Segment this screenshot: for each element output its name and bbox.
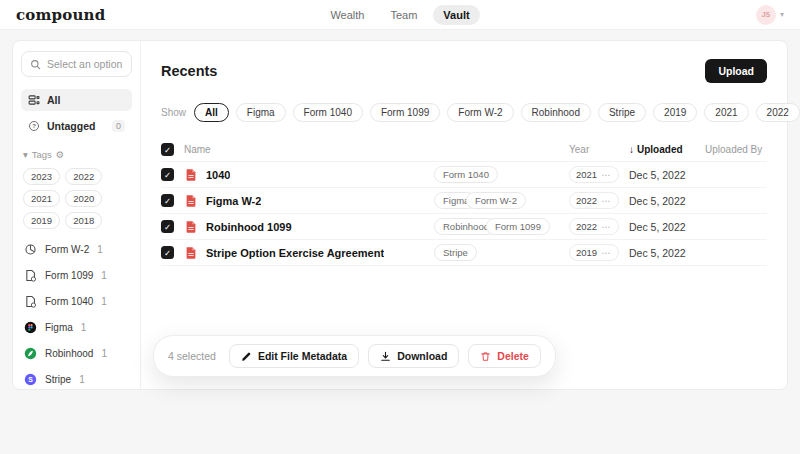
tag-label: Form 1099 bbox=[45, 270, 93, 281]
app-header: compound Wealth Team Vault JS ▾ bbox=[0, 0, 800, 30]
tag-select-input[interactable]: Select an option bbox=[21, 51, 132, 77]
edit-metadata-button[interactable]: Edit File Metadata bbox=[229, 344, 359, 368]
filter-chip-figma[interactable]: Figma bbox=[236, 103, 286, 122]
row-tag-pill[interactable]: Stripe bbox=[434, 244, 477, 261]
filter-chip-form-1099[interactable]: Form 1099 bbox=[370, 103, 440, 122]
filter-chip-all[interactable]: All bbox=[194, 103, 229, 122]
tag-label: Figma bbox=[45, 322, 73, 333]
filter-chip-form-w2[interactable]: Form W-2 bbox=[447, 103, 513, 122]
tag-item-stripe[interactable]: S Stripe 1 bbox=[24, 373, 129, 386]
download-button[interactable]: Download bbox=[368, 344, 459, 368]
page-title: Recents bbox=[161, 63, 217, 79]
table-row[interactable]: ✓ Robinhood 1099 Robinhood Form 1099 202… bbox=[161, 214, 767, 240]
vault-panel: Select an option All ? Untagged 0 ▾ Tags… bbox=[12, 40, 788, 390]
row-tag-pill[interactable]: Form 1040 bbox=[434, 166, 498, 183]
column-uploaded[interactable]: ↓ Uploaded bbox=[617, 144, 695, 155]
robinhood-logo bbox=[24, 347, 37, 360]
delete-button[interactable]: Delete bbox=[468, 344, 541, 368]
svg-text:?: ? bbox=[32, 123, 36, 129]
pencil-icon bbox=[241, 351, 252, 362]
sidebar: Select an option All ? Untagged 0 ▾ Tags… bbox=[13, 41, 141, 389]
tags-section-header[interactable]: ▾ Tags ⚙ bbox=[23, 149, 130, 160]
row-checkbox[interactable]: ✓ bbox=[161, 194, 174, 207]
column-uploaded-by[interactable]: Uploaded By bbox=[695, 144, 767, 155]
show-label: Show bbox=[161, 107, 186, 118]
row-checkbox[interactable]: ✓ bbox=[161, 246, 174, 259]
tag-item-robinhood[interactable]: Robinhood 1 bbox=[24, 347, 129, 360]
row-tag-pill[interactable]: Form W-2 bbox=[466, 192, 526, 209]
selection-action-bar: 4 selected Edit File Metadata Download D… bbox=[153, 335, 556, 377]
tag-count: 1 bbox=[101, 270, 107, 281]
tag-item-form-w2[interactable]: Form W-2 1 bbox=[24, 243, 129, 256]
year-tag-chips: 2023 2022 2021 2020 2019 2018 bbox=[21, 168, 132, 229]
form-file-icon bbox=[24, 295, 37, 308]
row-year-pill[interactable]: 2019 ⋯ bbox=[569, 244, 619, 261]
year-chip-2021[interactable]: 2021 bbox=[23, 190, 60, 207]
year-chip-2020[interactable]: 2020 bbox=[65, 190, 102, 207]
table-row[interactable]: ✓ 1040 Form 1040 2021 ⋯ Dec 5, 2022 bbox=[161, 162, 767, 188]
check-icon: ✓ bbox=[164, 196, 171, 206]
select-placeholder: Select an option bbox=[47, 58, 122, 70]
sidebar-item-label: All bbox=[47, 94, 60, 106]
sidebar-item-untagged[interactable]: ? Untagged 0 bbox=[21, 115, 132, 137]
table-row[interactable]: ✓ Stripe Option Exercise Agreement Strip… bbox=[161, 240, 767, 266]
filter-chip-2019[interactable]: 2019 bbox=[653, 103, 697, 122]
filter-chip-2021[interactable]: 2021 bbox=[704, 103, 748, 122]
pdf-file-icon bbox=[184, 194, 198, 208]
filter-chip-stripe[interactable]: Stripe bbox=[598, 103, 646, 122]
tag-item-figma[interactable]: Figma 1 bbox=[24, 321, 129, 334]
file-name[interactable]: Figma W-2 bbox=[206, 195, 261, 207]
file-name[interactable]: Stripe Option Exercise Agreement bbox=[206, 247, 384, 259]
tag-item-form-1099[interactable]: Form 1099 1 bbox=[24, 269, 129, 282]
more-actions-icon[interactable]: ⋯ bbox=[601, 169, 612, 180]
tag-label: Form 1040 bbox=[45, 296, 93, 307]
upload-button[interactable]: Upload bbox=[705, 59, 767, 83]
table-row[interactable]: ✓ Figma W-2 Figma Form W-2 2022 ⋯ bbox=[161, 188, 767, 214]
tag-item-form-1040[interactable]: Form 1040 1 bbox=[24, 295, 129, 308]
more-actions-icon[interactable]: ⋯ bbox=[601, 247, 612, 258]
file-name[interactable]: Robinhood 1099 bbox=[206, 221, 292, 233]
more-actions-icon[interactable]: ⋯ bbox=[601, 195, 612, 206]
nav-team[interactable]: Team bbox=[380, 5, 427, 25]
uploaded-date: Dec 5, 2022 bbox=[617, 195, 695, 207]
row-year-pill[interactable]: 2022 ⋯ bbox=[569, 192, 619, 209]
pie-chart-icon bbox=[24, 243, 37, 256]
account-menu[interactable]: JS ▾ bbox=[756, 5, 784, 25]
filter-chip-2022[interactable]: 2022 bbox=[756, 103, 800, 122]
avatar[interactable]: JS bbox=[756, 5, 776, 25]
files-table: ✓ Name Year ↓ Uploaded Uploaded By ✓ 104… bbox=[161, 138, 767, 266]
tag-list: Form W-2 1 Form 1099 1 Form 1040 1 bbox=[21, 243, 132, 386]
row-year-pill[interactable]: 2021 ⋯ bbox=[569, 166, 619, 183]
row-checkbox[interactable]: ✓ bbox=[161, 220, 174, 233]
uploaded-date: Dec 5, 2022 bbox=[617, 169, 695, 181]
nav-vault[interactable]: Vault bbox=[433, 5, 479, 25]
uploaded-date: Dec 5, 2022 bbox=[617, 247, 695, 259]
year-chip-2018[interactable]: 2018 bbox=[65, 212, 102, 229]
sidebar-item-all[interactable]: All bbox=[21, 89, 132, 111]
file-name[interactable]: 1040 bbox=[206, 169, 230, 181]
selected-count-label: 4 selected bbox=[168, 350, 216, 362]
column-name[interactable]: Name bbox=[184, 144, 434, 155]
stripe-logo: S bbox=[24, 373, 37, 386]
pdf-file-icon bbox=[184, 168, 198, 182]
row-checkbox[interactable]: ✓ bbox=[161, 168, 174, 181]
year-chip-2022[interactable]: 2022 bbox=[65, 168, 102, 185]
year-chip-2019[interactable]: 2019 bbox=[23, 212, 60, 229]
tags-header-label: Tags bbox=[32, 149, 52, 160]
nav-wealth[interactable]: Wealth bbox=[320, 5, 374, 25]
filter-chip-form-1040[interactable]: Form 1040 bbox=[293, 103, 363, 122]
filter-chip-robinhood[interactable]: Robinhood bbox=[521, 103, 591, 122]
tag-count: 1 bbox=[101, 296, 107, 307]
check-icon: ✓ bbox=[164, 170, 171, 180]
select-all-checkbox[interactable]: ✓ bbox=[161, 143, 174, 156]
check-icon: ✓ bbox=[164, 145, 171, 155]
gear-icon[interactable]: ⚙ bbox=[56, 149, 65, 160]
check-icon: ✓ bbox=[164, 248, 171, 258]
row-year-pill[interactable]: 2022 ⋯ bbox=[569, 218, 619, 235]
untagged-count-badge: 0 bbox=[112, 120, 125, 132]
year-chip-2023[interactable]: 2023 bbox=[23, 168, 60, 185]
column-year[interactable]: Year bbox=[569, 144, 617, 155]
sidebar-item-label: Untagged bbox=[47, 120, 95, 132]
row-tag-pill[interactable]: Form 1099 bbox=[486, 218, 550, 235]
more-actions-icon[interactable]: ⋯ bbox=[601, 221, 612, 232]
